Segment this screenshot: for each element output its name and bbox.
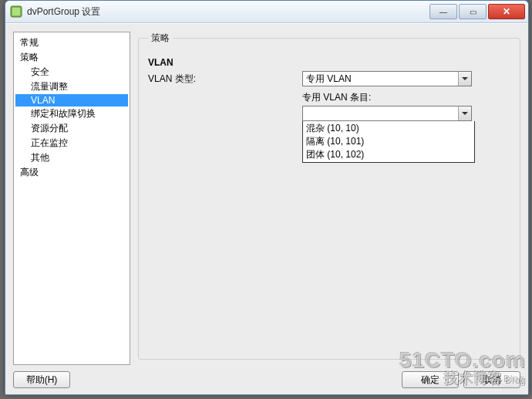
vlan-type-row: VLAN 类型: 专用 VLAN bbox=[148, 71, 510, 86]
tree-item-monitoring[interactable]: 正在监控 bbox=[15, 136, 128, 150]
pvlan-dropdown-list: 混杂 (10, 10) 隔离 (10, 101) 团体 (10, 102) bbox=[302, 121, 475, 163]
help-button[interactable]: 帮助(H) bbox=[13, 371, 70, 388]
chevron-down-icon bbox=[458, 107, 471, 120]
panes: 常规 策略 安全 流量调整 VLAN 绑定和故障切换 资源分配 正在监控 其他 … bbox=[13, 32, 520, 365]
vlan-type-select[interactable]: 专用 VLAN bbox=[302, 71, 472, 86]
chevron-down-icon bbox=[458, 72, 471, 86]
pvlan-select-row bbox=[148, 106, 510, 121]
titlebar[interactable]: dvPortGroup 设置 — ▭ ✕ bbox=[5, 1, 528, 23]
vlan-type-label: VLAN 类型: bbox=[148, 73, 302, 86]
close-icon: ✕ bbox=[503, 6, 510, 17]
tree-item-misc[interactable]: 其他 bbox=[15, 150, 128, 165]
pvlan-entries-select[interactable] bbox=[302, 106, 472, 121]
maximize-button[interactable]: ▭ bbox=[459, 4, 487, 19]
minimize-button[interactable]: — bbox=[429, 4, 457, 19]
close-button[interactable]: ✕ bbox=[488, 4, 525, 19]
tree-item-advanced[interactable]: 高级 bbox=[15, 165, 128, 180]
vlan-type-value: 专用 VLAN bbox=[306, 73, 352, 86]
tree-item-vlan[interactable]: VLAN bbox=[15, 94, 128, 107]
pvlan-option[interactable]: 隔离 (10, 101) bbox=[305, 135, 473, 148]
dialog-window: dvPortGroup 设置 — ▭ ✕ 常规 策略 安全 流量调整 VLAN … bbox=[5, 0, 529, 395]
pvlan-option[interactable]: 混杂 (10, 10) bbox=[305, 122, 473, 135]
tree-item-traffic-shaping[interactable]: 流量调整 bbox=[15, 79, 128, 94]
pvlan-entries-label: 专用 VLAN 条目: bbox=[302, 91, 472, 104]
tree-item-security[interactable]: 安全 bbox=[15, 65, 128, 79]
svg-rect-1 bbox=[12, 8, 20, 15]
cancel-button[interactable]: 取消 bbox=[463, 371, 520, 388]
maximize-icon: ▭ bbox=[470, 8, 476, 16]
settings-pane: 策略 VLAN VLAN 类型: 专用 VLAN 专用 VLAN 条目: bbox=[138, 32, 520, 365]
tree-item-teaming-failover[interactable]: 绑定和故障切换 bbox=[15, 107, 128, 121]
ok-button[interactable]: 确定 bbox=[402, 371, 459, 388]
minimize-icon: — bbox=[439, 8, 447, 16]
vlan-heading: VLAN bbox=[148, 57, 510, 68]
tree-item-resource-allocation[interactable]: 资源分配 bbox=[15, 121, 128, 136]
policy-legend: 策略 bbox=[148, 32, 173, 45]
app-icon bbox=[10, 5, 22, 18]
dialog-content: 常规 策略 安全 流量调整 VLAN 绑定和故障切换 资源分配 正在监控 其他 … bbox=[5, 23, 528, 394]
tree-item-policy[interactable]: 策略 bbox=[15, 50, 128, 65]
policy-group: 策略 VLAN VLAN 类型: 专用 VLAN 专用 VLAN 条目: bbox=[138, 32, 520, 360]
tree-item-general[interactable]: 常规 bbox=[15, 36, 128, 50]
dialog-footer: 帮助(H) 确定 取消 bbox=[13, 371, 520, 388]
window-title: dvPortGroup 设置 bbox=[27, 5, 429, 19]
nav-tree: 常规 策略 安全 流量调整 VLAN 绑定和故障切换 资源分配 正在监控 其他 … bbox=[13, 32, 130, 365]
pvlan-option[interactable]: 团体 (10, 102) bbox=[305, 148, 473, 161]
window-controls: — ▭ ✕ bbox=[429, 4, 525, 19]
